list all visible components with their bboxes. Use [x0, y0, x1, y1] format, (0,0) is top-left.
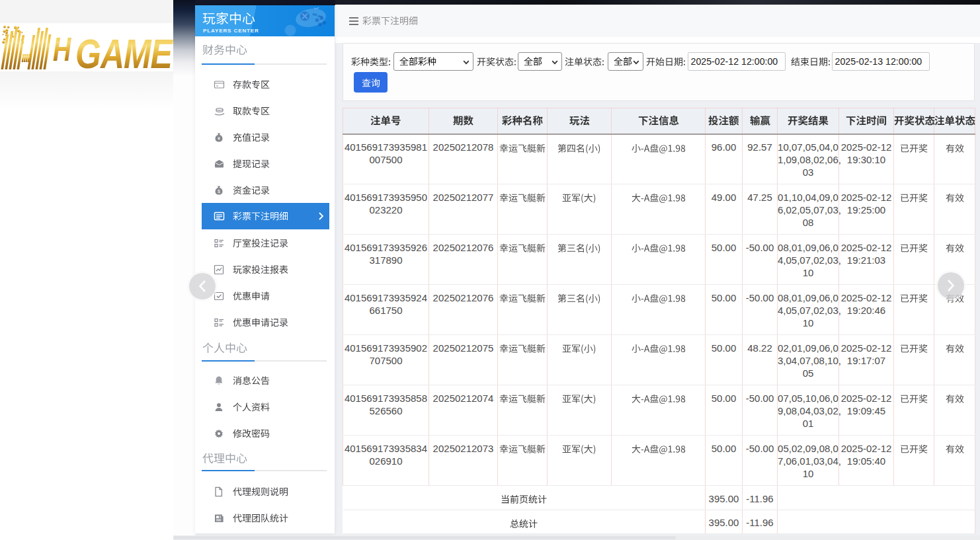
svg-text:GAME: GAME: [75, 31, 173, 71]
svg-text:H: H: [53, 31, 71, 67]
svg-text:$: $: [218, 189, 220, 194]
svg-text:¥: ¥: [218, 136, 220, 141]
